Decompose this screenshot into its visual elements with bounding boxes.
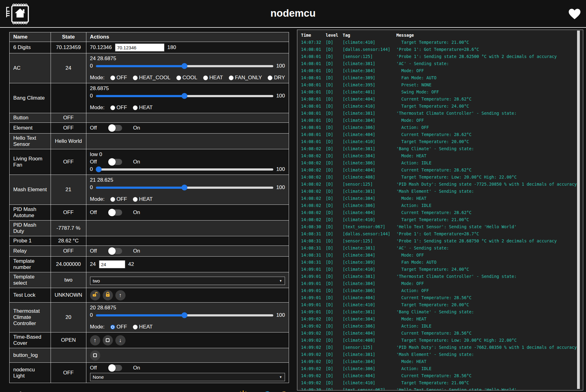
bang-climate-slider[interactable]: [96, 95, 273, 97]
mode-option-off[interactable]: OFF: [110, 324, 127, 330]
living-room-fan-slider[interactable]: [96, 168, 273, 171]
slider-knob[interactable]: [182, 93, 188, 99]
mode-option-heat-cool[interactable]: HEAT_COOL: [133, 75, 171, 81]
radio-dry-icon[interactable]: [268, 76, 272, 80]
nodemcu-light-toggle[interactable]: [109, 365, 122, 371]
log-entry: 14:08:01[D][climate:386] Action: OFF: [297, 124, 583, 131]
slider-knob[interactable]: [182, 185, 188, 191]
arrow-down-button[interactable]: ↓: [115, 335, 126, 345]
log-time: 14:08:31: [301, 252, 326, 259]
entity-name: Hello Text Sensor: [10, 134, 51, 149]
log-level: [D]: [326, 237, 343, 245]
log-tag: [climate:381]: [343, 308, 396, 316]
chevron-down-icon: ▼: [279, 279, 282, 283]
log-tag: [climate:384]: [343, 195, 396, 202]
log-tag: [climate:404]: [343, 372, 396, 379]
log-column-message: Message: [396, 32, 583, 39]
mode-option-off[interactable]: OFF: [110, 196, 127, 202]
radio-heat-icon[interactable]: [133, 105, 138, 110]
radio-off-icon[interactable]: [110, 76, 115, 80]
square-button[interactable]: [90, 350, 100, 361]
log-entry: 14:08:02[D][climate:404] Current Tempera…: [297, 209, 583, 216]
slider-min-label: 0: [90, 63, 93, 69]
log-entry: 14:09:02[D][climate:404] Current Tempera…: [297, 372, 583, 379]
radio-fan-only-icon[interactable]: [229, 76, 233, 80]
mode-option-fan-only[interactable]: FAN_ONLY: [229, 75, 262, 81]
square-button[interactable]: [103, 335, 113, 345]
log-time: 14:09:30: [301, 386, 326, 390]
slider-knob[interactable]: [182, 312, 188, 318]
log-tag: [dallas.sensor:144]: [343, 230, 396, 237]
thermostat-climate-controller-slider[interactable]: [96, 314, 273, 316]
lock-open-button[interactable]: [90, 290, 100, 300]
entity-name: Template select: [10, 272, 51, 288]
mode-option-heat[interactable]: HEAT: [133, 105, 153, 111]
mode-option-heat[interactable]: HEAT: [133, 196, 153, 202]
living-room-fan-toggle[interactable]: [109, 159, 122, 165]
stop-square-icon: [93, 353, 97, 357]
radio-cool-icon[interactable]: [176, 76, 181, 80]
mash-element-slider[interactable]: [96, 187, 273, 189]
radio-heat-icon[interactable]: [203, 76, 208, 80]
mode-option-dry[interactable]: DRY: [268, 75, 285, 81]
mode-option-heat[interactable]: HEAT: [133, 324, 153, 330]
log-message: Current Temperature: 28.62°C: [396, 96, 583, 103]
log-level: [D]: [326, 316, 343, 323]
mode-option-cool[interactable]: COOL: [176, 75, 197, 81]
lock-closed-button[interactable]: [103, 290, 113, 300]
log-tag: [climate:410]: [343, 301, 396, 308]
toggle-knob: [108, 209, 116, 216]
stop-square-icon: [106, 338, 109, 342]
log-message: Mode: HEAT: [396, 152, 583, 159]
log-message: Target Temperature: Low: 20.00°C High: 2…: [396, 337, 583, 344]
radio-heat-icon[interactable]: [133, 325, 138, 329]
radio-off-icon[interactable]: [110, 325, 115, 329]
log-time: 14:09:01: [301, 280, 326, 287]
mode-option-heat[interactable]: HEAT: [203, 75, 223, 81]
toggle-on-label: On: [133, 159, 140, 165]
log-tag: [climate:410]: [343, 39, 396, 46]
scrollbar-thumb[interactable]: [577, 31, 580, 389]
6-digits-input[interactable]: [115, 43, 164, 52]
entity-actions: OffOn: [86, 123, 289, 134]
log-entry: 14:09:01[D][climate:410] Target Temperat…: [297, 301, 583, 308]
radio-off-icon[interactable]: [110, 197, 115, 202]
log-time: 14:08:02: [301, 145, 326, 152]
log-time: 14:09:02: [301, 316, 326, 323]
log-level: [D]: [326, 323, 343, 330]
log-message: Mode: HEAT: [396, 195, 583, 202]
log-time: 14:09:01: [301, 308, 326, 316]
log-entry: 14:09:02[D][climate:386] Action: IDLE: [297, 365, 583, 372]
slider-max-label: 100: [276, 166, 285, 172]
slider-knob[interactable]: [182, 63, 188, 69]
log-message: Target Temperature: 20.00°C: [396, 138, 583, 145]
log-message: Action: IDLE: [396, 202, 583, 209]
arrow-up-button[interactable]: ↑: [115, 290, 126, 300]
mode-option-label: COOL: [183, 75, 197, 81]
toggle-knob: [108, 364, 116, 372]
radio-heat-icon[interactable]: [133, 197, 138, 202]
mode-option-off[interactable]: OFF: [110, 75, 127, 81]
nodemcu-light-select[interactable]: None▼: [90, 373, 285, 381]
log-column-level: level: [326, 32, 343, 39]
mode-option-off[interactable]: OFF: [110, 105, 127, 111]
slider-knob[interactable]: [96, 167, 101, 172]
log-scrollbar[interactable]: [577, 31, 580, 389]
pid-mash-autotune-toggle[interactable]: [109, 209, 122, 216]
log-message: 'Bang Climate' - Sending state:: [396, 145, 583, 152]
relay-toggle[interactable]: [109, 248, 122, 254]
radio-off-icon[interactable]: [110, 105, 115, 110]
log-entry: 14:08:02[D][climate:408] Target Temperat…: [297, 174, 583, 181]
log-entry: 14:08:01[D][climate:389] Fan Mode: AUTO: [297, 74, 583, 81]
toggle-knob: [108, 124, 116, 132]
ac-slider[interactable]: [96, 65, 273, 67]
template-select-select[interactable]: two▼: [90, 277, 285, 285]
log-entry: 14:09:02[D][climate:404] Current Tempera…: [297, 330, 583, 337]
log-level: [D]: [326, 273, 343, 280]
arrow-up-button[interactable]: ↑: [90, 335, 100, 345]
log-time: 14:08:01: [301, 46, 326, 53]
template-number-input[interactable]: [99, 260, 125, 268]
element-toggle[interactable]: [109, 125, 122, 131]
radio-heat-cool-icon[interactable]: [133, 76, 138, 80]
toggle-off-label: Off: [90, 365, 105, 371]
